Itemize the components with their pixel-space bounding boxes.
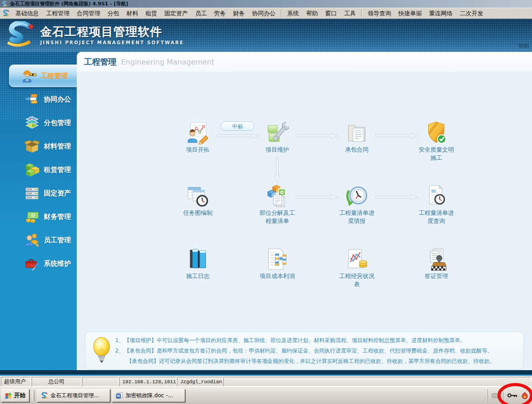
- sidebar-item-label: 工程管理: [41, 72, 68, 80]
- menu-item-fixed-assets[interactable]: 固定资产: [161, 9, 191, 19]
- page-title: 工程管理: [84, 56, 117, 67]
- menu-item-quick-documents[interactable]: 快捷单据: [395, 9, 425, 19]
- flow-node-safety-quality[interactable]: 安全质量文明施工: [402, 121, 470, 162]
- application-window: 金石工程项目管理软件 (网络集团版) 4.951 - [导航] 基础信息 工程管…: [0, 0, 532, 404]
- flow-arrow-right: [216, 132, 259, 139]
- taskbar-task-word-doc[interactable]: W 加密锁故障.doc -...: [112, 389, 185, 402]
- start-label: 开始: [14, 391, 26, 399]
- sidebar-item-label: 财务管理: [44, 213, 71, 221]
- brand-header: 金石工程项目管理软件 JINSHI PROJECT MANAGEMENT SOF…: [0, 19, 532, 52]
- flow-node-cost-profit[interactable]: 项目成本利润: [243, 247, 311, 280]
- flow-arrow-right: [295, 132, 339, 139]
- flow-node-operation-status[interactable]: 工程经营状况表: [323, 247, 391, 288]
- task-schedule-icon: [164, 184, 232, 208]
- status-bar: 超级用户 总公司 192.168.1.128,1011\sql Jzgdgl_r…: [0, 376, 532, 386]
- key-icon[interactable]: [507, 393, 518, 398]
- construction-worker-icon: [21, 68, 37, 84]
- flow-node-construction-log[interactable]: 施工日志: [164, 247, 232, 280]
- flowchart-area: 项目开拓: [77, 72, 532, 370]
- task-label: 加密锁故障.doc -...: [126, 392, 173, 399]
- sidebar-item-label: 系统维护: [44, 260, 71, 268]
- sidebar-item-collaborative-office[interactable]: 协同办公: [0, 88, 77, 111]
- flow-node-task-schedule[interactable]: 任务图编制: [164, 184, 232, 217]
- menu-item-secondary-development[interactable]: 二次开发: [456, 9, 487, 19]
- sidebar-item-label: 协同办公: [44, 95, 71, 104]
- menu-item-subcontract[interactable]: 分包: [104, 9, 123, 19]
- taskbar-divider: [32, 390, 34, 401]
- program-icon[interactable]: [521, 392, 528, 399]
- menu-separator: [281, 9, 282, 17]
- brand-subtitle: JINSHI PROJECT MANAGEMENT SOFTWARE: [40, 40, 184, 45]
- menu-item-system[interactable]: 系统: [284, 9, 303, 19]
- sidebar-item-label: 员工管理: [44, 236, 71, 245]
- subcontract-layers-icon: [24, 115, 40, 130]
- tip-line: 【承包合同】还可记录从合同签订到决算到最终审计等各项金额的变化，并以之计算实时反…: [115, 356, 495, 367]
- finance-money-icon: [24, 209, 40, 224]
- flow-arrow-down: [274, 157, 281, 183]
- status-user: 超级用户: [1, 377, 31, 386]
- menu-item-tools[interactable]: 工具: [341, 9, 359, 19]
- flow-node-progress-query[interactable]: 工程量清单进度查询: [402, 184, 470, 225]
- sidebar-item-label: 材料管理: [44, 142, 71, 151]
- flow-arrow-right: [375, 194, 418, 201]
- menu-item-window[interactable]: 窗口: [322, 9, 341, 19]
- flow-arrow-right: [375, 132, 418, 139]
- word-document-icon: W: [116, 392, 123, 399]
- start-button[interactable]: 开始: [1, 389, 29, 402]
- menu-item-basic-info[interactable]: 基础信息: [12, 9, 42, 19]
- lease-cubes-icon: [24, 162, 40, 177]
- flow-node-progress-report[interactable]: 工程量清单进度填报: [323, 184, 391, 225]
- windows-flag-icon: [5, 392, 12, 399]
- window-title: 金石工程项目管理软件 (网络集团版) 4.951 - [导航]: [10, 0, 128, 7]
- task-label: 金石工程项目管理...: [51, 392, 99, 399]
- menu-item-employee[interactable]: 员工: [191, 9, 210, 19]
- tips-box: 1、【项目维护】中可以设置每一个项目的对应库房、施工班组、部位及进度计划、材料采…: [85, 332, 524, 370]
- menu-item-engineering[interactable]: 工程管理: [42, 9, 73, 19]
- flow-node-label: 项目维护: [266, 146, 289, 154]
- sidebar-item-employee-management[interactable]: 员工管理: [0, 228, 77, 252]
- status-server: 192.168.1.128,1011\sql: [119, 377, 176, 386]
- menu-item-collaboration[interactable]: 协同办公: [248, 9, 279, 19]
- menu-item-leader-query[interactable]: 领导查询: [364, 9, 395, 19]
- flow-node-label: 安全质量文明施工: [417, 146, 456, 162]
- sidebar-item-subcontract-management[interactable]: 分包管理: [0, 111, 77, 135]
- bottom-divider: [0, 370, 532, 376]
- tip-line: 1、【项目维护】中可以设置每一个项目的对应库房、施工班组、部位及进度计划、材料采…: [115, 335, 495, 346]
- svg-text:W: W: [117, 394, 121, 398]
- tray-divider: [503, 392, 504, 399]
- menu-item-material[interactable]: 材料: [123, 9, 142, 19]
- panel-title-bar: 工程管理 Engineering Management: [77, 52, 532, 72]
- sidebar-item-material-management[interactable]: 材料管理: [0, 135, 77, 158]
- menu-item-labor[interactable]: 劳务: [210, 9, 229, 19]
- window-titlebar: 金石工程项目管理软件 (网络集团版) 4.951 - [导航]: [0, 0, 532, 8]
- sidebar-item-fixed-assets[interactable]: 固定资产: [0, 181, 77, 205]
- menu-item-lease[interactable]: 租赁: [142, 9, 161, 19]
- construction-log-books-icon: [164, 247, 232, 271]
- brand-logo-icon: [5, 21, 36, 47]
- app-logo-icon: [2, 1, 8, 7]
- taskbar-task-jinshi[interactable]: 金石工程项目管理...: [37, 389, 110, 402]
- sidebar-item-finance-management[interactable]: 财务管理: [0, 205, 77, 228]
- visa-stamp-icon: [402, 247, 470, 271]
- brand-title: 金石工程项目管理软件: [40, 24, 184, 40]
- flow-node-label: 签证管理: [425, 272, 448, 280]
- sidebar-item-label: 分包管理: [44, 119, 71, 127]
- menu-item-contract[interactable]: 合同管理: [73, 9, 104, 19]
- header-help-link[interactable]: 帮助: [518, 42, 529, 50]
- menu-item-help[interactable]: 帮助: [303, 9, 322, 19]
- sidebar-item-engineering-management[interactable]: 工程管理: [9, 65, 77, 87]
- flow-node-label: 施工日志: [186, 272, 210, 280]
- flow-node-label: 工程量清单进度填报: [337, 209, 376, 225]
- flow-node-breakdown-boq[interactable]: 部位分解及工程量清单: [243, 184, 311, 225]
- flow-node-label: 工程量清单进度查询: [417, 209, 456, 225]
- sidebar-item-system-maintenance[interactable]: 系统维护: [0, 252, 77, 275]
- sidebar-item-lease-management[interactable]: 租赁管理: [0, 158, 77, 181]
- menu-item-reconnect-network[interactable]: 重连网络: [425, 9, 456, 19]
- menu-item-finance[interactable]: 财务: [229, 9, 248, 19]
- fixed-assets-server-icon: [24, 186, 40, 201]
- flow-arrow-right: [295, 194, 339, 201]
- device-icon[interactable]: [492, 392, 500, 399]
- employees-key-icon: [24, 232, 40, 248]
- jinshi-app-icon: [41, 392, 48, 399]
- flow-node-visa-management[interactable]: 签证管理: [402, 247, 470, 280]
